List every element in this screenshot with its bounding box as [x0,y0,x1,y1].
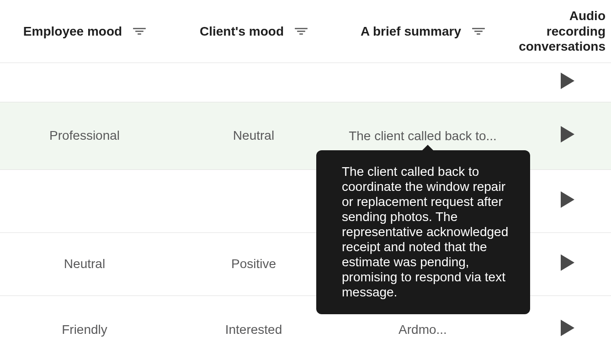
cell-client-mood: Positive [169,232,338,295]
cell-employee-mood [0,63,169,102]
cell-employee-mood: Neutral [0,232,169,295]
summary-text: Ardmo... [347,322,498,338]
cell-client-mood: Interested [169,295,338,363]
header-audio: Audio recording conversations [507,0,611,63]
header-client-mood: Client's mood [169,0,338,63]
header-audio-label: Audio recording conversations [513,8,606,54]
play-icon [561,73,574,89]
tooltip-text: The client called back to coordinate the… [342,164,516,300]
table-row [0,63,611,102]
summary-tooltip: The client called back to coordinate the… [316,150,530,314]
play-icon [561,126,574,142]
play-button[interactable] [561,73,574,89]
play-icon [561,254,574,271]
header-summary: A brief summary [338,0,507,63]
filter-icon[interactable] [295,28,308,35]
tooltip-arrow-icon [422,145,433,150]
cell-employee-mood [0,169,169,232]
header-summary-label: A brief summary [361,24,461,39]
header-employee-mood-label: Employee mood [23,24,122,39]
play-button[interactable] [561,320,574,336]
cell-client-mood [169,169,338,232]
play-icon [561,320,574,336]
cell-employee-mood: Friendly [0,295,169,363]
filter-icon[interactable] [472,28,485,35]
cell-audio [507,63,611,102]
header-employee-mood: Employee mood [0,0,169,63]
summary-text: The client called back to... [347,128,498,144]
play-icon [561,191,574,208]
cell-client-mood [169,63,338,102]
cell-employee-mood: Professional [0,102,169,169]
play-button[interactable] [561,254,574,271]
play-button[interactable] [561,191,574,208]
table-header-row: Employee mood Client's mood A brief summ… [0,0,611,63]
cell-summary [338,63,507,102]
filter-icon[interactable] [133,28,146,35]
play-button[interactable] [561,126,574,142]
header-client-mood-label: Client's mood [200,24,284,39]
cell-client-mood: Neutral [169,102,338,169]
